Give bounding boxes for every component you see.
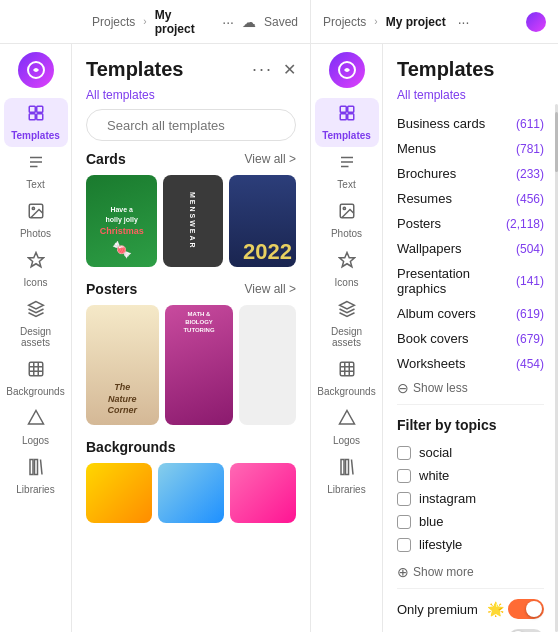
template-count-9: (454) bbox=[516, 357, 544, 371]
card-menswear[interactable]: MENSWEAR bbox=[163, 175, 222, 267]
bg-thumb-1[interactable] bbox=[86, 463, 152, 523]
card-2022[interactable]: 2022 bbox=[229, 175, 296, 267]
svg-marker-26 bbox=[339, 411, 354, 425]
filter-label-social: social bbox=[419, 445, 452, 460]
filter-item-instagram: instagram bbox=[397, 487, 544, 510]
panel-menu-button[interactable]: ··· bbox=[252, 59, 273, 80]
only-premium-toggle[interactable] bbox=[508, 599, 544, 619]
filter-item-lifestyle: lifestyle bbox=[397, 533, 544, 556]
show-more-button[interactable]: ⊕ Show more bbox=[397, 560, 544, 588]
filter-checkbox-blue[interactable] bbox=[397, 515, 411, 529]
bg-thumb-3[interactable] bbox=[230, 463, 296, 523]
template-link-row: Resumes(456) bbox=[397, 186, 544, 211]
posters-view-all-button[interactable]: View all > bbox=[245, 282, 296, 296]
filter-checkbox-instagram[interactable] bbox=[397, 492, 411, 506]
cards-view-all-button[interactable]: View all > bbox=[245, 152, 296, 166]
svg-rect-20 bbox=[340, 114, 346, 120]
user-avatar[interactable] bbox=[526, 12, 546, 32]
nav-projects-link-right[interactable]: Projects bbox=[323, 15, 366, 29]
template-link-6[interactable]: Presentation graphics bbox=[397, 266, 516, 296]
sidebar-right-item-templates[interactable]: Templates bbox=[315, 98, 379, 147]
bg-thumb-2[interactable] bbox=[158, 463, 224, 523]
sidebar-right-item-photos[interactable]: Photos bbox=[315, 196, 379, 245]
template-link-row: Album covers(619) bbox=[397, 301, 544, 326]
nav-project-name-right[interactable]: My project bbox=[386, 15, 446, 29]
svg-rect-11 bbox=[34, 460, 37, 475]
search-input[interactable] bbox=[107, 118, 275, 133]
cards-section-title: Cards bbox=[86, 151, 126, 167]
design-assets-icon bbox=[27, 300, 45, 323]
svg-rect-18 bbox=[340, 106, 346, 112]
sidebar-left-item-logos[interactable]: Logos bbox=[4, 403, 68, 452]
template-link-4[interactable]: Posters bbox=[397, 216, 441, 231]
poster-nature[interactable]: TheNatureCorner bbox=[86, 305, 159, 425]
only-premium-row: Only premium 🌟 bbox=[397, 599, 544, 619]
filter-title: Filter by topics bbox=[397, 417, 544, 433]
sidebar-left-item-photos[interactable]: Photos bbox=[4, 196, 68, 245]
template-link-3[interactable]: Resumes bbox=[397, 191, 452, 206]
show-less-button[interactable]: ⊖ Show less bbox=[397, 376, 544, 404]
nav-project-name[interactable]: My project bbox=[155, 8, 211, 36]
sidebar-left-item-libraries[interactable]: Libraries bbox=[4, 452, 68, 501]
poster-math[interactable]: MATH &BIOLOGYTUTORING bbox=[165, 305, 234, 425]
app-logo-right[interactable] bbox=[329, 52, 365, 88]
card-christmas[interactable]: Have aholly jollyChristmas 🍬 bbox=[86, 175, 157, 267]
template-link-1[interactable]: Menus bbox=[397, 141, 436, 156]
template-links-list: Business cards(611)Menus(781)Brochures(2… bbox=[397, 111, 544, 376]
sidebar-right-item-text-label: Text bbox=[337, 179, 355, 190]
poster-placeholder[interactable] bbox=[239, 305, 296, 425]
template-link-0[interactable]: Business cards bbox=[397, 116, 485, 131]
sidebar-right-item-logos-label: Logos bbox=[333, 435, 360, 446]
nav-dots-button[interactable]: ··· bbox=[222, 14, 234, 30]
sidebar-left-item-backgrounds[interactable]: Backgrounds bbox=[4, 354, 68, 403]
sidebar-right-item-libraries[interactable]: Libraries bbox=[315, 452, 379, 501]
right-panel-subtitle[interactable]: All templates bbox=[397, 88, 466, 102]
template-link-7[interactable]: Album covers bbox=[397, 306, 476, 321]
template-link-row: Brochures(233) bbox=[397, 161, 544, 186]
svg-rect-28 bbox=[345, 460, 348, 475]
sidebar-right-item-backgrounds[interactable]: Backgrounds bbox=[315, 354, 379, 403]
sidebar-right: TemplatesTextPhotosIconsDesign assetsBac… bbox=[311, 44, 383, 632]
sidebar-right-item-libraries-label: Libraries bbox=[327, 484, 365, 495]
sidebar-left-item-icons[interactable]: Icons bbox=[4, 245, 68, 294]
template-link-8[interactable]: Book covers bbox=[397, 331, 469, 346]
libraries-right-icon bbox=[338, 458, 356, 481]
template-link-row: Book covers(679) bbox=[397, 326, 544, 351]
panel-close-button[interactable]: ✕ bbox=[283, 60, 296, 79]
filter-checkbox-social[interactable] bbox=[397, 446, 411, 460]
sidebar-left-item-text[interactable]: Text bbox=[4, 147, 68, 196]
template-link-5[interactable]: Wallpapers bbox=[397, 241, 462, 256]
svg-rect-19 bbox=[347, 106, 353, 112]
left-panel-subtitle[interactable]: All templates bbox=[86, 88, 155, 102]
libraries-icon bbox=[27, 458, 45, 481]
sidebar-right-item-logos[interactable]: Logos bbox=[315, 403, 379, 452]
templates-icon bbox=[27, 104, 45, 127]
template-link-9[interactable]: Worksheets bbox=[397, 356, 465, 371]
sidebar-left-item-templates-label: Templates bbox=[11, 130, 60, 141]
sidebar-right-item-design-assets[interactable]: Design assets bbox=[315, 294, 379, 354]
filter-checkbox-lifestyle[interactable] bbox=[397, 538, 411, 552]
sidebar-right-item-icons[interactable]: Icons bbox=[315, 245, 379, 294]
template-link-row: Menus(781) bbox=[397, 136, 544, 161]
svg-rect-2 bbox=[36, 106, 42, 112]
template-count-5: (504) bbox=[516, 242, 544, 256]
filter-item-blue: blue bbox=[397, 510, 544, 533]
nav-projects-link[interactable]: Projects bbox=[92, 15, 135, 29]
nav-dots-right-button[interactable]: ··· bbox=[458, 14, 470, 30]
sidebar-left: TemplatesTextPhotosIconsDesign assetsBac… bbox=[0, 44, 72, 632]
sidebar-right-item-text[interactable]: Text bbox=[315, 147, 379, 196]
sidebar-left-items: TemplatesTextPhotosIconsDesign assetsBac… bbox=[4, 98, 68, 501]
template-link-2[interactable]: Brochures bbox=[397, 166, 456, 181]
templates-right-icon bbox=[338, 104, 356, 127]
sidebar-left-item-libraries-label: Libraries bbox=[16, 484, 54, 495]
svg-marker-24 bbox=[339, 253, 354, 267]
filter-label-instagram: instagram bbox=[419, 491, 476, 506]
sidebar-left-item-design-assets[interactable]: Design assets bbox=[4, 294, 68, 354]
backgrounds-right-icon bbox=[338, 360, 356, 383]
sidebar-left-item-templates[interactable]: Templates bbox=[4, 98, 68, 147]
sidebar-left-item-design-assets-label: Design assets bbox=[8, 326, 64, 348]
filter-checkbox-white[interactable] bbox=[397, 469, 411, 483]
app-logo[interactable] bbox=[18, 52, 54, 88]
filter-label-lifestyle: lifestyle bbox=[419, 537, 462, 552]
svg-rect-21 bbox=[347, 114, 353, 120]
